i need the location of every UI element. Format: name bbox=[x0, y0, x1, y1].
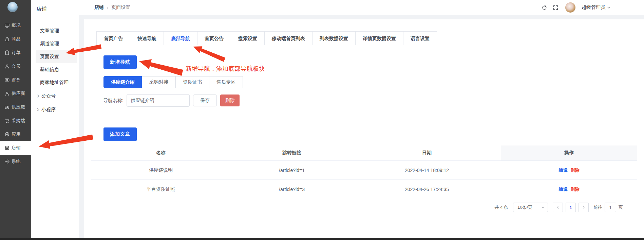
delete-link[interactable]: 删除 bbox=[571, 186, 580, 192]
page-size-select[interactable]: 10条/页 bbox=[513, 203, 548, 212]
pagination: 共 4 条 10条/页 1 前往 页 bbox=[495, 203, 623, 212]
page-tab[interactable]: 移动端首页列表 bbox=[265, 31, 312, 45]
submenu-item[interactable]: > 频道管理 bbox=[36, 37, 77, 50]
sidebar-item[interactable]: 系统 bbox=[0, 155, 31, 168]
sidebar-item[interactable]: 应用 bbox=[0, 127, 31, 141]
bottom-cutoff-strip bbox=[0, 238, 644, 240]
supplier-user-icon bbox=[4, 91, 10, 96]
nav-subtab[interactable]: 供应链介绍 bbox=[103, 76, 142, 88]
add-article-button[interactable]: 添加文章 bbox=[103, 127, 137, 141]
chevron-right-icon: > bbox=[37, 93, 39, 99]
submenu-item[interactable]: > 小程序 bbox=[36, 103, 77, 116]
breadcrumb-root[interactable]: 店铺 bbox=[94, 4, 104, 11]
nav-subtab[interactable]: 售后专区 bbox=[209, 76, 243, 88]
page-tab[interactable]: 列表数据设置 bbox=[312, 31, 356, 45]
goods-bag-icon bbox=[4, 36, 10, 42]
sidebar-item[interactable]: 供应链 bbox=[0, 100, 31, 114]
chevron-down-icon bbox=[541, 206, 545, 209]
cell-date: 2022-04-14 18:09:12 bbox=[353, 168, 501, 173]
col-actions: 操作 bbox=[501, 145, 637, 160]
chevron-right-icon: > bbox=[37, 107, 39, 113]
sidebar-item[interactable]: 会员 bbox=[0, 59, 31, 73]
member-user-icon bbox=[4, 64, 10, 69]
cell-name: 供应链说明 bbox=[91, 167, 231, 173]
submenu-item[interactable]: > 公众号 bbox=[36, 90, 77, 103]
secondary-menu: > 文章管理 > 频道管理 > 页面设置 > 基础信息 bbox=[31, 18, 79, 116]
shop-store-icon bbox=[4, 145, 10, 151]
page-tab[interactable]: 语言设置 bbox=[403, 31, 437, 45]
table-row: 平台资质证照 /article?id=3 2022-04-26 17:24:35… bbox=[91, 179, 637, 199]
sidebar-item[interactable]: 财务 bbox=[0, 73, 31, 87]
submenu-item[interactable]: > 页面设置 bbox=[36, 50, 77, 63]
articles-table: 名称 跳转链接 日期 操作 供应链说明 /article?id=1 2022-0… bbox=[91, 145, 637, 199]
sidebar-item[interactable]: 店铺 bbox=[0, 141, 31, 155]
save-button[interactable]: 保存 bbox=[193, 95, 217, 106]
delete-link[interactable]: 删除 bbox=[571, 167, 580, 173]
breadcrumb-current: 页面设置 bbox=[111, 4, 130, 11]
nav-name-form: 导航名称: 保存 删除 bbox=[103, 95, 240, 106]
chevron-left-icon bbox=[556, 205, 560, 209]
nav-name-input[interactable] bbox=[127, 94, 190, 107]
workspace-avatar[interactable] bbox=[7, 2, 18, 12]
nav-name-label: 导航名称: bbox=[103, 98, 124, 104]
chevron-right-icon bbox=[582, 205, 586, 209]
nav-subtab[interactable]: 资质证书 bbox=[175, 76, 209, 88]
sidebar-item[interactable]: 概况 bbox=[0, 19, 31, 32]
current-page-button[interactable]: 1 bbox=[566, 203, 576, 212]
top-header: 店铺 › 页面设置 超级管理员 bbox=[79, 0, 644, 15]
goto-page-input[interactable] bbox=[605, 203, 616, 212]
fullscreen-icon[interactable] bbox=[553, 5, 558, 11]
user-avatar[interactable] bbox=[565, 2, 575, 13]
admin-page: 概况 商品 订单 会员 财务 bbox=[0, 0, 644, 240]
page-tab[interactable]: 搜索设置 bbox=[231, 31, 265, 45]
page-tab[interactable]: 首页广告 bbox=[96, 31, 130, 45]
secondary-sidebar: 店铺 > 文章管理 > 频道管理 > 页面设置 > bbox=[31, 0, 79, 238]
page-tab[interactable]: 快速导航 bbox=[130, 31, 164, 45]
col-name: 名称 bbox=[91, 145, 231, 160]
table-header: 名称 跳转链接 日期 操作 bbox=[91, 145, 637, 160]
page-tab[interactable]: 底部导航 bbox=[164, 31, 197, 45]
primary-menu: 概况 商品 订单 会员 财务 bbox=[0, 19, 31, 168]
primary-sidebar: 概况 商品 订单 会员 财务 bbox=[0, 0, 31, 238]
add-nav-button[interactable]: 新增导航 bbox=[103, 55, 137, 69]
cell-actions: 编辑 删除 bbox=[501, 167, 637, 173]
nav-subtab[interactable]: 采购对接 bbox=[142, 76, 176, 88]
submenu-item[interactable]: > 基础信息 bbox=[36, 63, 77, 76]
delete-nav-button[interactable]: 删除 bbox=[220, 95, 240, 106]
user-menu[interactable]: 超级管理员 bbox=[582, 4, 611, 11]
submenu-item[interactable]: > 商家地址管理 bbox=[36, 76, 77, 89]
edit-link[interactable]: 编辑 bbox=[559, 186, 568, 192]
cell-date: 2022-04-26 17:24:35 bbox=[353, 187, 501, 192]
page-tab[interactable]: 首页公告 bbox=[197, 31, 231, 45]
sidebar-item[interactable]: 供应商 bbox=[0, 87, 31, 100]
annotation-note: 新增导航，添加底部导航板块 bbox=[186, 65, 265, 73]
secondary-sidebar-title: 店铺 bbox=[31, 0, 79, 18]
prev-page-button[interactable] bbox=[553, 203, 563, 212]
monitor-icon bbox=[4, 23, 10, 28]
next-page-button[interactable] bbox=[579, 203, 589, 212]
procure-cart-icon bbox=[4, 118, 10, 123]
col-link: 跳转链接 bbox=[231, 145, 353, 160]
user-name: 超级管理员 bbox=[582, 4, 605, 11]
nav-subtabs: 供应链介绍 采购对接 资质证书 售后专区 bbox=[103, 76, 243, 88]
submenu-item[interactable]: > 文章管理 bbox=[36, 24, 77, 37]
pagination-total: 共 4 条 bbox=[495, 204, 508, 210]
cell-link: /article?id=3 bbox=[231, 187, 353, 192]
refresh-icon[interactable] bbox=[542, 5, 547, 11]
sidebar-item[interactable]: 订单 bbox=[0, 46, 31, 59]
sidebar-item[interactable]: 采购端 bbox=[0, 114, 31, 127]
content-card: 首页广告 快速导航 底部导航 首页公告 搜索设置 bbox=[84, 19, 644, 238]
pager: 1 bbox=[553, 203, 589, 212]
chevron-down-icon bbox=[607, 5, 611, 10]
header-actions: 超级管理员 bbox=[542, 0, 611, 15]
col-date: 日期 bbox=[353, 145, 501, 160]
cell-link: /article?id=1 bbox=[231, 168, 353, 173]
sidebar-item[interactable]: 商品 bbox=[0, 32, 31, 46]
page-tab[interactable]: 详情页数据设置 bbox=[356, 31, 403, 45]
apps-wheel-icon bbox=[4, 132, 10, 137]
supply-truck-icon bbox=[4, 104, 10, 110]
edit-link[interactable]: 编辑 bbox=[559, 167, 568, 173]
finance-money-icon bbox=[4, 77, 10, 83]
goto-label: 前往 bbox=[593, 204, 602, 210]
cell-name: 平台资质证照 bbox=[91, 186, 231, 192]
